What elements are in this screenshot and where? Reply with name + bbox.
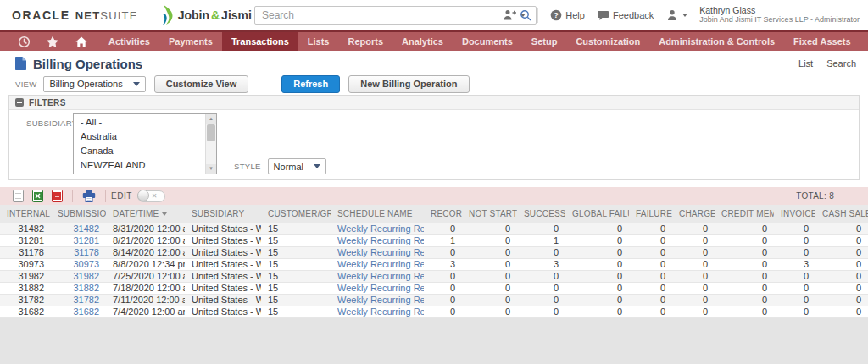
cell-schedule_name: Weekly Recurring Revenue: [331, 270, 424, 282]
col-header-global_failures[interactable]: GLOBAL FAILURES: [565, 205, 629, 223]
col-header-not_started[interactable]: NOT STARTED: [462, 205, 517, 223]
schedule_name-link[interactable]: Weekly Recurring Revenue: [337, 223, 424, 234]
scroll-down-icon[interactable]: ▼: [206, 164, 216, 174]
nav-item-customization[interactable]: Customization: [566, 32, 649, 51]
home-icon[interactable]: [67, 36, 96, 48]
nav-item-documents[interactable]: Documents: [453, 32, 522, 51]
col-header-charges[interactable]: CHARGES: [672, 205, 715, 223]
export-excel-icon[interactable]: [28, 190, 47, 202]
customize-view-button[interactable]: Customize View: [154, 75, 249, 93]
nav-item-reports[interactable]: Reports: [338, 32, 392, 51]
scrollbar-thumb[interactable]: [207, 124, 215, 141]
filters-header[interactable]: FILTERS: [9, 96, 859, 110]
col-header-submission_id[interactable]: SUBMISSION ID: [51, 205, 106, 223]
subsidiary-listbox[interactable]: - All -AustraliaCanadaNEWZEALAND ▲ ▼: [73, 113, 217, 174]
col-header-records[interactable]: RECORDS: [424, 205, 462, 223]
user-menu[interactable]: [665, 9, 687, 21]
table-row[interactable]: 31682316827/4/2020 12:00 amUnited States…: [0, 306, 868, 317]
page-link-list[interactable]: List: [798, 58, 813, 69]
filters-panel: FILTERS SUBSIDIARY - All -AustraliaCanad…: [8, 95, 860, 180]
subsidiary-option[interactable]: NEWZEALAND: [74, 158, 204, 173]
subsidiary-option[interactable]: Canada: [74, 144, 204, 158]
col-header-customer_group[interactable]: CUSTOMER/GROUP: [261, 205, 331, 223]
nav-item-lists[interactable]: Lists: [298, 32, 339, 51]
recent-records-icon[interactable]: [10, 36, 38, 48]
print-icon[interactable]: [78, 190, 100, 202]
schedule_name-link[interactable]: Weekly Recurring Revenue: [337, 259, 424, 269]
table-row[interactable]: 31281312818/21/2020 12:00 amUnited State…: [0, 234, 868, 246]
nav-item-setup[interactable]: Setup: [522, 32, 567, 51]
cell-charges: 0: [672, 270, 715, 282]
cell-cash_sales: 0: [815, 282, 868, 294]
table-row[interactable]: 30973309738/8/2020 12:34 pmUnited States…: [0, 258, 868, 270]
cell-submission_id: 31782: [51, 294, 106, 306]
submission_id-link[interactable]: 31982: [73, 271, 99, 281]
new-billing-operation-button[interactable]: New Billing Operation: [348, 75, 469, 93]
cell-subsidiary: United States - West: [185, 246, 261, 258]
col-header-subsidiary[interactable]: SUBSIDIARY: [185, 205, 261, 223]
col-header-failures[interactable]: FAILURES: [629, 205, 672, 223]
nav-item-payments[interactable]: Payments: [159, 32, 222, 51]
schedule_name-link[interactable]: Weekly Recurring Revenue: [337, 235, 424, 245]
edit-toggle[interactable]: ✕: [137, 190, 165, 202]
listbox-scrollbar[interactable]: ▲ ▼: [205, 114, 216, 174]
help-button[interactable]: ? Help: [550, 9, 585, 21]
schedule_name-link[interactable]: Weekly Recurring Revenue: [337, 295, 424, 305]
submission_id-link[interactable]: 31882: [73, 283, 99, 293]
cell-records: 0: [424, 223, 462, 234]
navbar: ActivitiesPaymentsTransactionsListsRepor…: [0, 30, 868, 51]
collapse-icon[interactable]: [15, 98, 24, 107]
nav-item-activities[interactable]: Activities: [99, 32, 159, 51]
table-row[interactable]: 31482314828/31/2020 12:00 amUnited State…: [0, 223, 868, 234]
page-link-search[interactable]: Search: [826, 58, 856, 69]
view-select[interactable]: Billing Operations: [43, 76, 145, 92]
search-input[interactable]: [254, 6, 537, 25]
style-select[interactable]: Normal: [268, 158, 326, 174]
col-header-cash_sales[interactable]: CASH SALES: [815, 205, 868, 223]
cell-global_failures: 0: [565, 246, 629, 258]
nav-icons: [0, 32, 96, 51]
schedule_name-link[interactable]: Weekly Recurring Revenue: [337, 283, 424, 293]
cell-datetime: 8/31/2020 12:00 am: [106, 223, 185, 234]
subsidiary-option[interactable]: Australia: [74, 130, 204, 144]
submission_id-link[interactable]: 31178: [74, 247, 99, 257]
nav-item-transactions[interactable]: Transactions: [222, 32, 298, 51]
cell-submission_id: 31482: [51, 223, 106, 234]
table-row[interactable]: 31782317827/11/2020 12:00 amUnited State…: [0, 294, 868, 306]
col-header-invoices[interactable]: INVOICES: [774, 205, 815, 223]
submission_id-link[interactable]: 31782: [73, 295, 99, 305]
shortcuts-star-icon[interactable]: [38, 36, 67, 48]
col-header-internal_id[interactable]: INTERNAL ID: [0, 205, 51, 223]
col-header-credit_memos[interactable]: CREDIT MEMOS: [715, 205, 774, 223]
submission_id-link[interactable]: 31482: [73, 223, 99, 234]
schedule_name-link[interactable]: Weekly Recurring Revenue: [337, 306, 424, 317]
nav-item-analytics[interactable]: Analytics: [392, 32, 453, 51]
roles-menu[interactable]: [503, 9, 526, 21]
schedule_name-link[interactable]: Weekly Recurring Revenue: [337, 271, 424, 281]
submission_id-link[interactable]: 31281: [73, 235, 99, 245]
col-header-datetime[interactable]: DATE/TIME: [106, 205, 185, 223]
submission_id-link[interactable]: 30973: [73, 259, 99, 269]
export-pdf-icon[interactable]: [47, 190, 67, 202]
schedule_name-link[interactable]: Weekly Recurring Revenue: [337, 247, 424, 257]
submission_id-link[interactable]: 31682: [73, 306, 99, 317]
col-header-schedule_name[interactable]: SCHEDULE NAME: [331, 205, 424, 223]
nav-item-suiteapps[interactable]: SuiteApps: [860, 32, 868, 51]
nav-item-administration-controls[interactable]: Administration & Controls: [649, 32, 784, 51]
brand-swoosh-icon: [160, 5, 175, 25]
table-row[interactable]: 31882318827/18/2020 12:00 amUnited State…: [0, 282, 868, 294]
table-row[interactable]: 31982319827/25/2020 12:00 amUnited State…: [0, 270, 868, 282]
subsidiary-option[interactable]: - All -: [74, 115, 204, 130]
nav-item-fixed-assets[interactable]: Fixed Assets: [784, 32, 860, 51]
refresh-button[interactable]: Refresh: [281, 75, 340, 93]
scroll-up-icon[interactable]: ▲: [206, 114, 216, 124]
feedback-button[interactable]: Feedback: [597, 10, 654, 21]
cell-internal_id: 31982: [0, 270, 51, 282]
export-csv-icon[interactable]: [8, 190, 28, 202]
toggle-off-icon: ✕: [152, 192, 158, 200]
col-header-successes[interactable]: SUCCESSES: [517, 205, 565, 223]
cell-datetime: 8/21/2020 12:00 am: [106, 234, 185, 246]
grid-toolbar: EDIT ✕ TOTAL: 8: [0, 187, 868, 205]
oracle-logo-text: ORACLE: [12, 8, 70, 22]
table-row[interactable]: 31178311788/14/2020 12:00 amUnited State…: [0, 246, 868, 258]
